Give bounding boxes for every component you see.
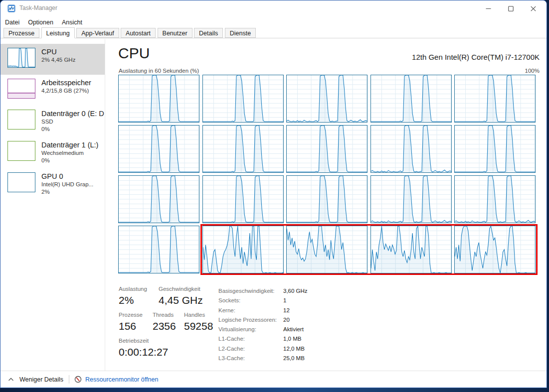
stat-threads-value: 2356 <box>153 320 176 332</box>
sidebar-item-subtitle: Intel(R) UHD Grap... <box>41 181 93 188</box>
graph-max-label: 100% <box>525 68 540 74</box>
cpu-details-list: Basisgeschwindigkeit:3,60 GHz Sockets:1 … <box>218 286 308 363</box>
stat-handles-value: 59258 <box>184 320 213 332</box>
core-graph-6[interactable] <box>118 125 199 173</box>
tab-dienste[interactable]: Dienste <box>225 28 256 38</box>
detail-row: Virtualisierung:Aktiviert <box>218 325 308 334</box>
tab-autostart[interactable]: Autostart <box>121 28 156 38</box>
menu-optionen[interactable]: Optionen <box>28 19 53 26</box>
stat-label: Threads <box>153 312 174 318</box>
tab-leistung[interactable]: Leistung <box>41 27 75 38</box>
graph-axis-label: Auslastung in 60 Sekunden (%) <box>119 68 199 74</box>
footer-divider <box>69 375 69 384</box>
core-graph-19[interactable] <box>370 226 452 273</box>
core-graph-8[interactable] <box>286 125 367 173</box>
core-graph-10[interactable] <box>454 125 536 173</box>
detail-row: Logische Prozessoren:20 <box>218 315 308 325</box>
sidebar-item-title: Datenträger 0 (E: D <box>41 110 104 118</box>
resource-monitor-label: Ressourcenmonitor öffnen <box>85 376 158 383</box>
detail-row: Basisgeschwindigkeit:3,60 GHz <box>218 286 308 296</box>
core-graph-1[interactable] <box>118 75 199 123</box>
stat-speed-value: 4,45 GHz <box>159 294 203 306</box>
core-graph-17[interactable] <box>202 226 284 273</box>
core-graph-16[interactable] <box>118 226 199 273</box>
core-graph-20[interactable] <box>454 226 536 273</box>
memory-thumbnail-graph <box>7 79 35 99</box>
sidebar-item-subtitle: Wechselmedium <box>41 149 98 157</box>
detail-row: Sockets:1 <box>218 296 308 305</box>
sidebar-item-subtitle: 2% <box>41 188 93 196</box>
sidebar-item-subtitle: 4,2/15,8 GB (27%) <box>41 87 91 95</box>
menubar: Datei Optionen Ansicht <box>0 16 91 28</box>
titlebar[interactable]: Task-Manager <box>0 0 547 16</box>
sidebar-item-title: Arbeitsspeicher <box>41 79 91 87</box>
tabbar: Prozesse Leistung App-Verlauf Autostart … <box>0 28 547 38</box>
core-graph-11[interactable] <box>118 175 199 223</box>
minimize-button[interactable] <box>477 0 500 16</box>
resource-monitor-icon <box>74 376 82 383</box>
sidebar-item-datentraeger-1[interactable]: Datenträger 1 (L:) Wechselmedium 0% <box>0 137 105 168</box>
open-resource-monitor-link[interactable]: Ressourcenmonitor öffnen <box>74 376 158 383</box>
core-graph-14[interactable] <box>370 175 452 223</box>
detail-row: L2-Cache:12,0 MB <box>218 344 308 354</box>
task-manager-window: Task-Manager Datei Optionen Ansicht Proz… <box>0 0 547 388</box>
sidebar-item-gpu-0[interactable]: GPU 0 Intel(R) UHD Grap... 2% <box>0 168 105 200</box>
stat-label: Geschwindigkeit <box>159 286 200 292</box>
core-graph-9[interactable] <box>370 125 452 173</box>
core-graph-12[interactable] <box>202 175 284 223</box>
sidebar-item-title: CPU <box>41 48 75 56</box>
disk0-thumbnail-graph <box>7 110 35 130</box>
cpu-core-grid <box>118 75 536 274</box>
window-title: Task-Manager <box>19 0 57 16</box>
disk1-thumbnail-graph <box>7 141 35 161</box>
tab-app-verlauf[interactable]: App-Verlauf <box>76 28 119 38</box>
close-button[interactable] <box>522 0 545 16</box>
performance-sidebar: CPU 2% 4,45 GHz Arbeitsspeicher 4,2/15,8… <box>0 39 105 371</box>
cpu-thumbnail-graph <box>7 48 35 68</box>
tab-prozesse[interactable]: Prozesse <box>3 28 39 38</box>
stat-label: Handles <box>184 312 205 318</box>
detail-row: L3-Cache:25,0 MB <box>218 354 308 363</box>
minimize-icon <box>486 6 491 11</box>
sidebar-item-subtitle: 0% <box>41 157 98 164</box>
footer-bar: Weniger Details Ressourcenmonitor öffnen <box>0 371 547 388</box>
stat-label: Prozesse <box>119 312 143 318</box>
stat-uptime-value: 0:00:12:27 <box>119 346 168 358</box>
stat-label: Auslastung <box>119 286 147 292</box>
detail-row: L1-Cache:1,0 MB <box>218 334 308 344</box>
core-graph-15[interactable] <box>454 175 536 223</box>
page-title: CPU <box>118 45 150 62</box>
menu-ansicht[interactable]: Ansicht <box>62 19 82 26</box>
sidebar-item-subtitle: 0% <box>41 126 104 133</box>
less-details-label[interactable]: Weniger Details <box>19 376 63 383</box>
collapse-details-button[interactable] <box>8 378 14 382</box>
sidebar-item-subtitle: 2% 4,45 GHz <box>41 56 75 64</box>
stat-processes-value: 156 <box>119 320 136 332</box>
core-graph-4[interactable] <box>370 75 452 123</box>
sidebar-item-datentraeger-0[interactable]: Datenträger 0 (E: D SSD 0% <box>0 106 105 137</box>
stat-label: Betriebszeit <box>119 338 149 344</box>
tab-benutzer[interactable]: Benutzer <box>158 28 192 38</box>
close-icon <box>531 6 536 11</box>
cpu-performance-panel: CPU 12th Gen Intel(R) Core(TM) i7-12700K… <box>105 39 547 371</box>
sidebar-item-title: Datenträger 1 (L:) <box>41 141 98 149</box>
cpu-model-name: 12th Gen Intel(R) Core(TM) i7-12700K <box>412 53 540 61</box>
chevron-up-icon <box>8 378 14 382</box>
core-graph-2[interactable] <box>202 75 284 123</box>
maximize-button[interactable] <box>500 0 522 16</box>
core-graph-3[interactable] <box>286 75 367 123</box>
sidebar-item-subtitle: SSD <box>41 118 104 126</box>
detail-row: Kerne:12 <box>218 306 308 315</box>
sidebar-item-arbeitsspeicher[interactable]: Arbeitsspeicher 4,2/15,8 GB (27%) <box>0 75 105 106</box>
core-graph-5[interactable] <box>454 75 536 123</box>
stat-utilization-value: 2% <box>119 294 134 306</box>
gpu-thumbnail-graph <box>7 172 35 192</box>
tab-details[interactable]: Details <box>194 28 223 38</box>
sidebar-item-title: GPU 0 <box>41 172 93 181</box>
core-graph-13[interactable] <box>286 175 367 223</box>
task-manager-app-icon <box>7 4 15 12</box>
core-graph-18[interactable] <box>286 226 367 273</box>
menu-datei[interactable]: Datei <box>5 19 19 26</box>
core-graph-7[interactable] <box>202 125 284 173</box>
sidebar-item-cpu[interactable]: CPU 2% 4,45 GHz <box>0 44 105 75</box>
